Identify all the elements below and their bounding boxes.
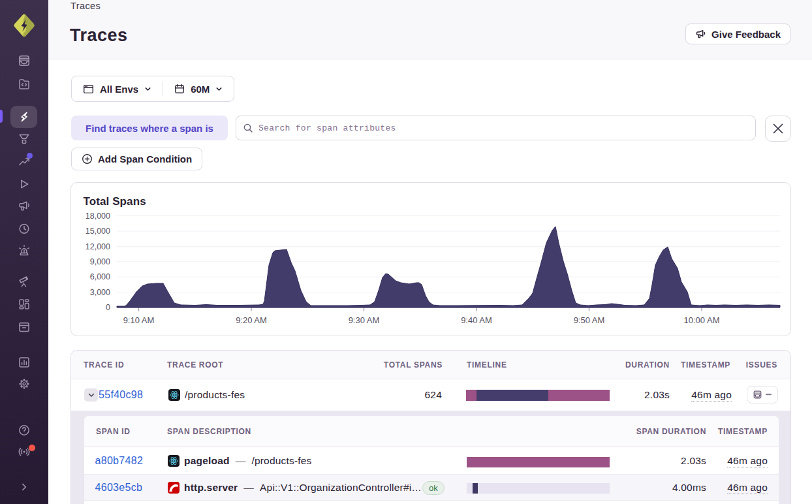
svg-text:6,000: 6,000 (90, 272, 110, 281)
svg-text:3,000: 3,000 (90, 288, 110, 297)
svg-text:12,000: 12,000 (86, 242, 110, 251)
svg-text:9:20 AM: 9:20 AM (236, 315, 267, 325)
svg-text:9:50 AM: 9:50 AM (574, 315, 605, 325)
svg-text:15,000: 15,000 (86, 227, 110, 236)
svg-text:10:00 AM: 10:00 AM (684, 315, 720, 325)
svg-text:9:10 AM: 9:10 AM (123, 315, 155, 325)
svg-text:9,000: 9,000 (90, 257, 110, 266)
svg-text:0: 0 (106, 303, 110, 312)
svg-text:18,000: 18,000 (86, 212, 110, 221)
svg-text:9:30 AM: 9:30 AM (349, 315, 380, 325)
svg-text:9:40 AM: 9:40 AM (461, 315, 492, 325)
